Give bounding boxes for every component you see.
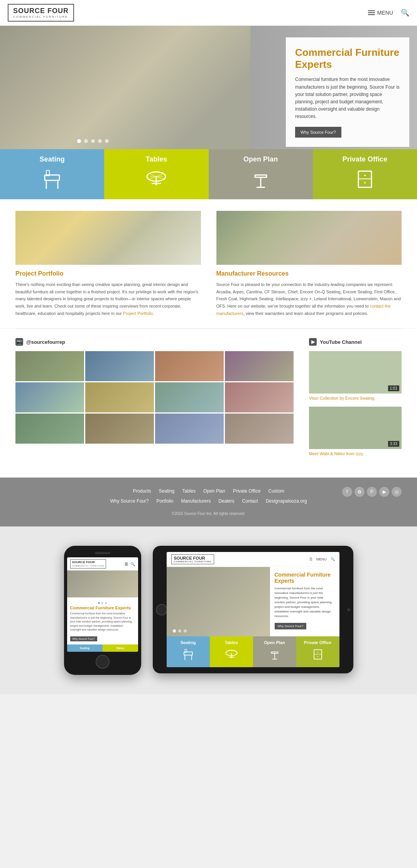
social-instagram[interactable]: ◎ <box>392 487 402 497</box>
footer-link-products[interactable]: Products <box>133 488 151 494</box>
site-footer: Products Seating Tables Open Plan Privat… <box>0 478 417 527</box>
category-seating[interactable]: Seating <box>0 149 104 199</box>
instagram-photo-3[interactable] <box>155 351 224 381</box>
hero-dot-4[interactable] <box>98 139 102 143</box>
tablet-cta-button[interactable]: Why Source Four? <box>275 623 307 629</box>
resources-image <box>216 211 402 265</box>
instagram-photo-11[interactable] <box>155 414 224 444</box>
video-title-2[interactable]: Meet Wabi & Nikko from izzy <box>309 451 402 456</box>
phone-cat-seating[interactable]: Seating <box>67 644 103 652</box>
instagram-handle: @sourcefourrep <box>26 339 65 345</box>
footer-link-contact[interactable]: Contact <box>242 498 258 504</box>
instagram-photo-12[interactable] <box>225 414 294 444</box>
tablet-dot-1[interactable] <box>173 629 176 632</box>
phone-cta-button[interactable]: Why Source Four? <box>70 636 97 641</box>
hero-dot-1[interactable] <box>77 139 81 143</box>
hero-dot-2[interactable] <box>84 139 88 143</box>
tablet-cat-private-office[interactable]: Private Office <box>296 636 339 667</box>
video-duration-1: 1:01 <box>388 385 399 391</box>
hero-dots <box>77 139 109 143</box>
logo[interactable]: SOURCE FOUR COMMERCIAL FURNITURE <box>8 4 74 22</box>
tablet-dot-2[interactable] <box>178 629 181 632</box>
tablet-cat-open-plan[interactable]: Open Plan <box>253 636 296 667</box>
site-header: SOURCE FOUR COMMERCIAL FURNITURE MENU 🔍 <box>0 0 417 26</box>
hamburger-icon <box>368 10 375 15</box>
search-button[interactable]: 🔍 <box>401 8 409 17</box>
phone-menu-icon[interactable]: ☰ <box>125 562 128 566</box>
category-open-plan-label: Open Plan <box>243 155 278 163</box>
instagram-photo-6[interactable] <box>85 382 154 412</box>
social-pinterest[interactable]: P <box>367 487 377 497</box>
tablet-hero-content: Commercial Furniture Experts Commercial … <box>270 567 339 636</box>
tablet-cabinet-icon <box>312 648 324 663</box>
footer-link-seating[interactable]: Seating <box>159 488 175 494</box>
footer-link-why[interactable]: Why Source Four? <box>110 498 149 504</box>
hero-content-box: Commercial Furniture Experts Commercial … <box>286 37 409 147</box>
video-title-1[interactable]: Visor Collection by Encore Seating <box>309 396 402 400</box>
instagram-photo-10[interactable] <box>85 414 154 444</box>
phone-home-button[interactable] <box>96 655 110 669</box>
category-tables[interactable]: Tables <box>104 149 208 199</box>
footer-link-private-office[interactable]: Private Office <box>233 488 261 494</box>
phone-dot-3[interactable] <box>105 602 107 604</box>
portfolio-link[interactable]: Project Portfolio <box>123 311 153 316</box>
tablet-cat-tables[interactable]: Tables <box>210 636 253 667</box>
devices-section: SOURCE FOURCOMMERCIAL FURNITURE ☰ 🔍 Comm… <box>0 527 417 694</box>
instagram-column: 📷 @sourcefourrep <box>15 338 294 462</box>
social-youtube[interactable]: ▶ <box>379 487 389 497</box>
menu-button[interactable]: MENU <box>368 10 393 16</box>
svg-rect-27 <box>314 650 322 659</box>
cabinet-icon <box>355 168 375 191</box>
youtube-icon: ▶ <box>309 338 317 346</box>
instagram-photo-8[interactable] <box>225 382 294 412</box>
phone-speaker <box>95 552 110 554</box>
instagram-photo-9[interactable] <box>15 414 84 444</box>
hero-dot-3[interactable] <box>91 139 95 143</box>
tablet-dots <box>173 629 187 632</box>
svg-rect-10 <box>255 175 267 177</box>
header-nav: MENU 🔍 <box>368 8 409 17</box>
stool-icon <box>251 168 270 191</box>
phone-logo: SOURCE FOURCOMMERCIAL FURNITURE <box>70 559 106 569</box>
category-tables-label: Tables <box>146 155 167 163</box>
footer-link-manufacturers[interactable]: Manufacturers <box>181 498 211 504</box>
hero-dot-5[interactable] <box>105 139 109 143</box>
instagram-photo-5[interactable] <box>15 382 84 412</box>
footer-link-open-plan[interactable]: Open Plan <box>203 488 225 494</box>
tablet-categories: Seating Tables <box>167 636 339 667</box>
content-section: Project Portfolio There's nothing more e… <box>0 199 417 328</box>
footer-link-portfolio[interactable]: Portfolio <box>156 498 173 504</box>
phone-search-icon[interactable]: 🔍 <box>130 562 135 566</box>
video-thumb-1[interactable]: 1:01 <box>309 351 402 394</box>
footer-link-designapalooza[interactable]: Designapalooza.org <box>266 498 307 504</box>
tablet-dot-3[interactable] <box>184 629 187 632</box>
instagram-photo-7[interactable] <box>155 382 224 412</box>
instagram-photo-2[interactable] <box>85 351 154 381</box>
phone-dot-2[interactable] <box>101 602 103 604</box>
svg-rect-24 <box>271 652 278 653</box>
tablet-hero: Commercial Furniture Experts Commercial … <box>167 567 339 636</box>
video-thumb-2[interactable]: 3:33 <box>309 407 402 449</box>
social-facebook[interactable]: f <box>342 487 352 497</box>
tablet-home-button[interactable] <box>156 604 167 616</box>
portfolio-text: There's nothing more exciting than seein… <box>15 281 201 317</box>
footer-link-custom[interactable]: Custom <box>268 488 284 494</box>
footer-social-icons: f ✿ P ▶ ◎ <box>342 487 402 497</box>
phone-categories: Seating Tables <box>67 644 138 652</box>
category-open-plan[interactable]: Open Plan <box>209 149 313 199</box>
category-private-office-label: Private Office <box>343 155 387 163</box>
tablet-search-icon[interactable]: 🔍 <box>331 557 335 561</box>
footer-link-tables[interactable]: Tables <box>182 488 196 494</box>
instagram-photo-4[interactable] <box>225 351 294 381</box>
youtube-column: ▶ YouTube Channel 1:01 Visor Collection … <box>309 338 402 462</box>
hero-cta-button[interactable]: Why Source Four? <box>295 127 341 138</box>
manufacturers-link[interactable]: contact the manufacturers <box>216 304 391 316</box>
social-flickr[interactable]: ✿ <box>355 487 365 497</box>
instagram-photo-1[interactable] <box>15 351 84 381</box>
tablet-cat-seating[interactable]: Seating <box>167 636 210 667</box>
tablet-menu-icon[interactable]: ☰ <box>309 557 312 561</box>
footer-link-dealers[interactable]: Dealers <box>218 498 234 504</box>
phone-cat-tables[interactable]: Tables <box>103 644 138 652</box>
category-private-office[interactable]: Private Office <box>313 149 417 199</box>
phone-dot-1[interactable] <box>98 602 100 604</box>
